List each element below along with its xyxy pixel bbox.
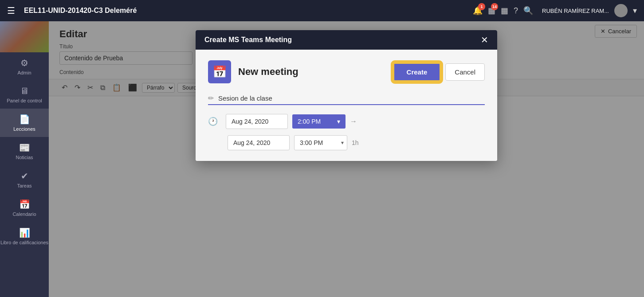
- sidebar-item-admin[interactable]: ⚙ Admin: [0, 52, 49, 81]
- meeting-title: New meeting: [238, 66, 393, 78]
- start-datetime-row: 🕐 2:00 PM ▾ →: [208, 114, 485, 129]
- sidebar-label-libro: Libro de calificaciones: [0, 240, 48, 245]
- hamburger-icon[interactable]: ☰: [7, 5, 15, 16]
- user-name: RUBÉN RAMÍREZ RAM...: [542, 8, 609, 14]
- create-button[interactable]: Create: [393, 63, 441, 82]
- clock-icon: 🕐: [208, 117, 218, 126]
- calendario-icon: 📅: [19, 199, 30, 210]
- start-time-value: 2:00 PM: [298, 118, 321, 125]
- end-datetime-row: ▾ 1h: [208, 135, 485, 150]
- lecciones-icon: 📄: [19, 114, 30, 125]
- dialog-cancel-button[interactable]: Cancel: [445, 63, 485, 81]
- noticias-icon: 📰: [19, 142, 30, 153]
- meeting-icon-box: 📅: [208, 60, 231, 83]
- grid-icon[interactable]: ▦: [501, 6, 508, 16]
- top-bar-icons: 🔔 1 ▦ 14 ▦ ? 🔍 RUBÉN RAMÍREZ RAM... ▾: [473, 4, 637, 17]
- user-chevron-icon[interactable]: ▾: [633, 6, 637, 16]
- meeting-calendar-icon: 📅: [212, 65, 227, 79]
- sidebar-label-panel: Panel de control: [7, 98, 42, 103]
- duration-label: 1h: [352, 139, 359, 146]
- help-icon[interactable]: ?: [514, 6, 518, 16]
- dialog-close-button[interactable]: ✕: [481, 35, 488, 44]
- sidebar-label-calendario: Calendario: [12, 211, 36, 217]
- search-icon[interactable]: 🔍: [523, 6, 533, 16]
- create-meeting-dialog: Create MS Teams Meeting ✕ 📅 New meeting …: [196, 30, 497, 161]
- admin-icon: ⚙: [20, 58, 28, 68]
- sidebar-label-admin: Admin: [17, 70, 31, 75]
- sidebar-label-noticias: Noticias: [16, 155, 33, 160]
- dialog-title: Create MS Teams Meeting: [204, 36, 292, 44]
- meeting-name-row: ✏: [208, 94, 485, 105]
- sidebar-item-tareas[interactable]: ✔ Tareas: [0, 165, 49, 194]
- end-time-input[interactable]: [294, 135, 347, 150]
- sidebar: ⚙ Admin 🖥 Panel de control 📄 Lecciones 📰…: [0, 21, 49, 297]
- page-title: EEL11-UNID-201420-C3 Deleméré: [24, 7, 473, 15]
- bell-badge: 1: [478, 3, 485, 10]
- start-time-chevron: ▾: [337, 118, 340, 125]
- tareas-icon: ✔: [21, 171, 28, 181]
- sidebar-thumbnail: [0, 21, 49, 52]
- libro-icon: 📊: [19, 227, 30, 238]
- top-bar: ☰ EEL11-UNID-201420-C3 Deleméré 🔔 1 ▦ 14…: [0, 0, 644, 21]
- sidebar-item-libro[interactable]: 📊 Libro de calificaciones: [0, 222, 49, 250]
- meeting-header-row: 📅 New meeting Create Cancel: [208, 60, 485, 83]
- sidebar-label-lecciones: Lecciones: [13, 126, 35, 132]
- datetime-section: 🕐 2:00 PM ▾ → ▾: [208, 114, 485, 150]
- modal-overlay: Create MS Teams Meeting ✕ 📅 New meeting …: [49, 21, 644, 297]
- pencil-icon: ✏: [208, 94, 214, 102]
- time-arrow-icon: →: [350, 117, 357, 125]
- sidebar-item-noticias[interactable]: 📰 Noticias: [0, 137, 49, 165]
- dialog-body: 📅 New meeting Create Cancel ✏ 🕐: [196, 50, 497, 161]
- start-time-selected[interactable]: 2:00 PM ▾: [292, 114, 346, 129]
- end-date-input[interactable]: [228, 135, 290, 150]
- panel-icon: 🖥: [20, 86, 29, 96]
- avatar: [614, 4, 628, 17]
- sidebar-item-panel[interactable]: 🖥 Panel de control: [0, 81, 49, 109]
- notification-calendar[interactable]: ▦ 14: [488, 6, 495, 16]
- thumbnail-image: [0, 21, 49, 52]
- sidebar-label-tareas: Tareas: [17, 183, 31, 188]
- meeting-name-input[interactable]: [218, 94, 485, 102]
- dialog-header: Create MS Teams Meeting ✕: [196, 30, 497, 50]
- start-date-input[interactable]: [226, 114, 288, 129]
- sidebar-item-lecciones[interactable]: 📄 Lecciones: [0, 109, 49, 137]
- end-time-wrapper: ▾: [294, 135, 347, 150]
- sidebar-item-calendario[interactable]: 📅 Calendario: [0, 194, 49, 222]
- main-content: Editar Título Contenido de Prueba Conten…: [49, 21, 644, 297]
- calendar-badge: 14: [491, 3, 498, 10]
- notification-bell[interactable]: 🔔 1: [473, 6, 483, 16]
